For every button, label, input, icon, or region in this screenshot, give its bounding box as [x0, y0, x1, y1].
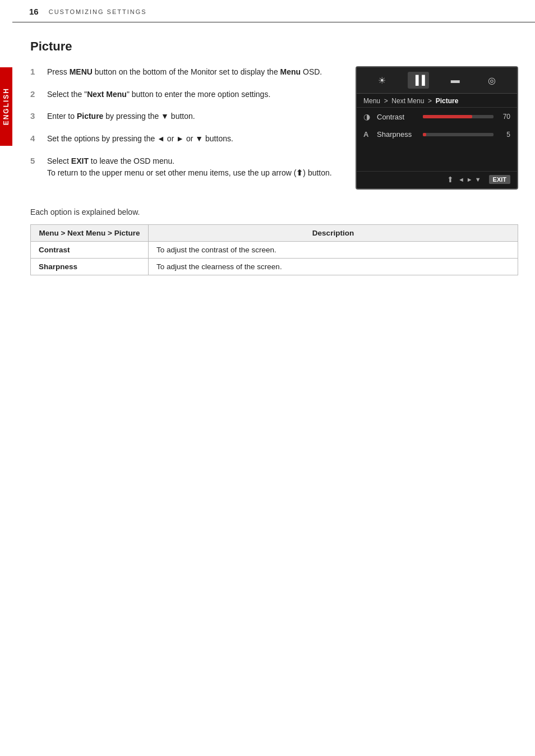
osd-direction-buttons: ◄ ► ▼ — [458, 176, 481, 183]
osd-sharpness-value: 5 — [498, 131, 510, 139]
step-5-sub: To return to the upper menu or set other… — [47, 168, 332, 177]
language-tab: ENGLISH — [0, 67, 12, 146]
osd-icon-bar: ☀ ▐▐ ▬ ◎ — [357, 67, 517, 94]
menu-keyword: MENU — [70, 67, 93, 76]
exit-keyword: EXIT — [71, 156, 89, 165]
menu-osd-keyword: Menu — [280, 67, 301, 76]
table-header-menu: Menu > Next Menu > Picture — [31, 225, 149, 242]
page-header: 16 CUSTOMIZING SETTINGS — [12, 0, 535, 22]
two-column-layout: 1 Press MENU button on the bottom of the… — [30, 66, 518, 190]
step-num-3: 3 — [30, 111, 40, 121]
page-title: Picture — [30, 39, 518, 54]
osd-contrast-icon: ◑ — [363, 112, 372, 121]
step-num-1: 1 — [30, 67, 40, 76]
osd-sharpness-fill — [423, 133, 426, 136]
osd-screenshot: ☀ ▐▐ ▬ ◎ Menu > Next Menu > Picture ◑ Co… — [356, 66, 518, 190]
language-label: ENGLISH — [2, 87, 10, 125]
osd-exit-button[interactable]: EXIT — [489, 175, 510, 184]
each-option-label: Each option is explained below. — [30, 208, 518, 216]
step-num-4: 4 — [30, 133, 40, 143]
settings-table: Menu > Next Menu > Picture Description C… — [30, 224, 518, 275]
osd-icon-display: ▬ — [445, 72, 466, 89]
table-header-description: Description — [149, 225, 518, 242]
osd-sharpness-label: Sharpness — [377, 130, 416, 139]
osd-contrast-row: ◑ Contrast 70 — [357, 108, 517, 126]
picture-keyword: Picture — [77, 112, 103, 121]
step-num-5: 5 — [30, 156, 40, 165]
step-3: 3 Enter to Picture by pressing the ▼ but… — [30, 110, 339, 123]
osd-sharpness-icon: A — [363, 130, 372, 139]
osd-breadcrumb: Menu > Next Menu > Picture — [357, 94, 517, 108]
step-1: 1 Press MENU button on the bottom of the… — [30, 66, 339, 79]
osd-contrast-value: 70 — [498, 113, 510, 121]
osd-icon-brightness: ☀ — [371, 72, 393, 89]
main-content: Picture 1 Press MENU button on the botto… — [25, 22, 535, 292]
osd-icon-other: ◎ — [481, 72, 502, 89]
step-5: 5 Select EXIT to leave the OSD menu. To … — [30, 155, 339, 179]
step-text-2: Select the "Next Menu" button to enter t… — [47, 89, 270, 101]
next-menu-keyword: Next Menu — [87, 90, 127, 99]
table-cell-contrast-desc: To adjust the contrast of the screen. — [149, 242, 518, 259]
osd-right-btn: ► — [467, 176, 473, 183]
osd-icon-picture: ▐▐ — [408, 72, 429, 89]
osd-down-btn: ▼ — [475, 176, 481, 183]
osd-home-icon: ⬆ — [447, 175, 454, 184]
step-text-3: Enter to Picture by pressing the ▼ butto… — [47, 110, 195, 123]
table-row-sharpness: Sharpness To adjust the clearness of the… — [31, 259, 518, 275]
osd-contrast-bar — [423, 115, 494, 118]
osd-contrast-fill — [423, 115, 472, 118]
table-cell-sharpness-desc: To adjust the clearness of the screen. — [149, 259, 518, 275]
osd-contrast-label: Contrast — [377, 113, 416, 121]
osd-left-btn: ◄ — [458, 176, 464, 183]
step-4: 4 Set the options by pressing the ◄ or ►… — [30, 133, 339, 145]
table-row-contrast: Contrast To adjust the contrast of the s… — [31, 242, 518, 259]
instructions-list: 1 Press MENU button on the bottom of the… — [30, 66, 339, 190]
table-cell-sharpness-menu: Sharpness — [31, 259, 149, 275]
step-2: 2 Select the "Next Menu" button to enter… — [30, 89, 339, 101]
step-text-4: Set the options by pressing the ◄ or ► o… — [47, 133, 233, 145]
table-cell-contrast-menu: Contrast — [31, 242, 149, 259]
osd-sharpness-row: A Sharpness 5 — [357, 126, 517, 143]
osd-bottom-nav: ⬆ ◄ ► ▼ EXIT — [357, 171, 517, 184]
step-num-2: 2 — [30, 89, 40, 99]
section-title-header: CUSTOMIZING SETTINGS — [49, 8, 147, 15]
step-text-1: Press MENU button on the bottom of the M… — [47, 66, 322, 79]
step-text-5: Select EXIT to leave the OSD menu. To re… — [47, 155, 332, 179]
osd-sharpness-bar — [423, 133, 494, 136]
page-number: 16 — [29, 7, 39, 16]
